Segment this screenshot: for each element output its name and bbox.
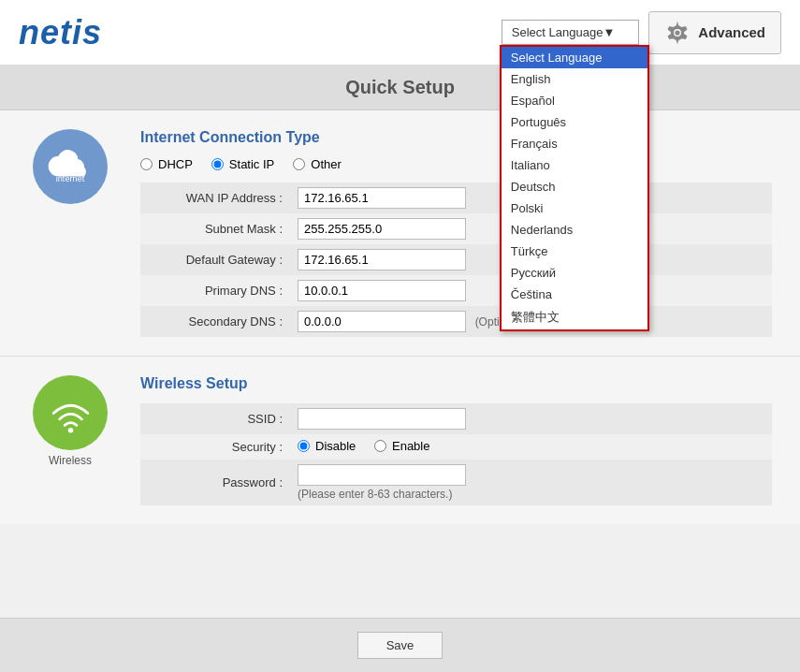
table-row: Secondary DNS : (Optional)	[140, 306, 772, 337]
header: netis Select Language ▼ Select Language …	[0, 0, 800, 66]
static-radio[interactable]	[211, 158, 224, 170]
disable-radio[interactable]	[298, 440, 310, 452]
wireless-form-table: SSID : Security : Disable	[140, 403, 772, 505]
language-option-deutsch[interactable]: Deutsch	[502, 176, 647, 197]
save-button[interactable]: Save	[357, 632, 444, 659]
language-option-espanol[interactable]: Español	[502, 90, 647, 111]
cloud-svg: internet	[47, 148, 94, 185]
language-select-wrapper: Select Language ▼ Select Language Englis…	[502, 20, 639, 45]
wireless-label: Wireless	[49, 454, 92, 467]
wireless-section-title: Wireless Setup	[140, 375, 772, 392]
wireless-icon-wrap: Wireless	[28, 375, 112, 467]
enable-radio[interactable]	[374, 440, 386, 452]
logo: netis	[19, 13, 102, 52]
enable-radio-group: Enable	[374, 439, 429, 453]
connection-type-row: DHCP Static IP Other	[140, 157, 772, 171]
secondary-dns-label: Secondary DNS :	[140, 306, 290, 337]
language-option-turkce[interactable]: Türkçe	[502, 241, 647, 262]
static-radio-group: Static IP	[211, 157, 274, 171]
ssid-input[interactable]	[298, 408, 466, 430]
language-option-francais[interactable]: Français	[502, 133, 647, 154]
password-input[interactable]	[298, 464, 466, 486]
wireless-section: Wireless Wireless Setup SSID : Security …	[0, 357, 800, 524]
dhcp-label: DHCP	[158, 157, 193, 171]
internet-icon-wrap: internet	[28, 129, 112, 204]
gateway-input[interactable]	[298, 249, 466, 270]
subnet-label: Subnet Mask :	[140, 213, 290, 244]
subnet-input[interactable]	[298, 218, 466, 240]
page-title: Quick Setup	[0, 66, 800, 110]
svg-text:internet: internet	[56, 174, 85, 183]
password-cell: (Please enter 8-63 characters.)	[290, 460, 772, 505]
header-right: Select Language ▼ Select Language Englis…	[502, 11, 781, 54]
table-row: Security : Disable Enable	[140, 434, 772, 460]
wifi-svg-icon	[45, 387, 96, 439]
security-label: Security :	[140, 434, 290, 460]
disable-radio-group: Disable	[298, 439, 356, 453]
primary-dns-input[interactable]	[298, 280, 466, 301]
security-cell: Disable Enable	[290, 434, 772, 460]
wan-ip-input[interactable]	[298, 187, 466, 209]
advanced-label: Advanced	[698, 24, 765, 40]
svg-point-2	[676, 30, 680, 35]
table-row: Password : (Please enter 8-63 characters…	[140, 460, 772, 505]
password-hint: (Please enter 8-63 characters.)	[298, 488, 764, 501]
static-label: Static IP	[229, 157, 274, 171]
ssid-label: SSID :	[140, 403, 290, 434]
gear-icon	[664, 20, 691, 46]
language-option-chinese[interactable]: 繁體中文	[502, 305, 647, 329]
other-label: Other	[311, 157, 342, 171]
language-option-polski[interactable]: Polski	[502, 197, 647, 219]
language-option-english[interactable]: English	[502, 68, 647, 90]
internet-section-title: Internet Connection Type	[140, 129, 772, 146]
ssid-cell	[290, 403, 772, 434]
disable-label: Disable	[315, 439, 356, 453]
password-label: Password :	[140, 460, 290, 505]
internet-section: internet Internet Connection Type DHCP	[0, 110, 800, 357]
other-radio[interactable]	[293, 158, 305, 170]
enable-label: Enable	[392, 439, 429, 453]
page-wrapper: netis Select Language ▼ Select Language …	[0, 0, 800, 672]
table-row: Subnet Mask :	[140, 213, 772, 244]
wan-ip-label: WAN IP Address :	[140, 183, 290, 213]
language-option-portugues[interactable]: Português	[502, 111, 647, 133]
wireless-icon	[33, 375, 108, 450]
language-select-label: Select Language	[512, 25, 604, 39]
gateway-label: Default Gateway :	[140, 244, 290, 275]
language-option-nederlands[interactable]: Nederlands	[502, 219, 647, 241]
internet-section-body: Internet Connection Type DHCP Static IP	[140, 129, 772, 337]
table-row: Default Gateway :	[140, 244, 772, 275]
secondary-dns-input[interactable]	[298, 311, 466, 332]
dhcp-radio-group: DHCP	[140, 157, 193, 171]
primary-dns-label: Primary DNS :	[140, 275, 290, 306]
footer-bar: Save	[0, 618, 800, 672]
language-select-button[interactable]: Select Language ▼	[502, 20, 639, 45]
internet-icon: internet	[33, 129, 108, 204]
language-option-cestina[interactable]: Čeština	[502, 284, 647, 305]
table-row: WAN IP Address :	[140, 183, 772, 213]
dhcp-radio[interactable]	[140, 158, 153, 170]
table-row: Primary DNS :	[140, 275, 772, 306]
svg-point-4	[67, 428, 73, 433]
language-option-select[interactable]: Select Language	[502, 47, 647, 68]
language-dropdown: Select Language English Español Portuguê…	[500, 45, 649, 331]
wireless-section-content: Wireless Wireless Setup SSID : Security …	[28, 375, 772, 505]
language-option-russian[interactable]: Русский	[502, 262, 647, 284]
advanced-button[interactable]: Advanced	[648, 11, 781, 54]
wireless-section-body: Wireless Setup SSID : Security :	[140, 375, 772, 505]
internet-section-content: internet Internet Connection Type DHCP	[28, 129, 772, 337]
table-row: SSID :	[140, 403, 772, 434]
other-radio-group: Other	[293, 157, 342, 171]
dropdown-arrow-icon: ▼	[603, 25, 615, 39]
language-option-italiano[interactable]: Italiano	[502, 154, 647, 176]
internet-form-table: WAN IP Address : Subnet Mask :	[140, 183, 772, 337]
main-content: Quick Setup internet Internet Connection…	[0, 66, 800, 618]
